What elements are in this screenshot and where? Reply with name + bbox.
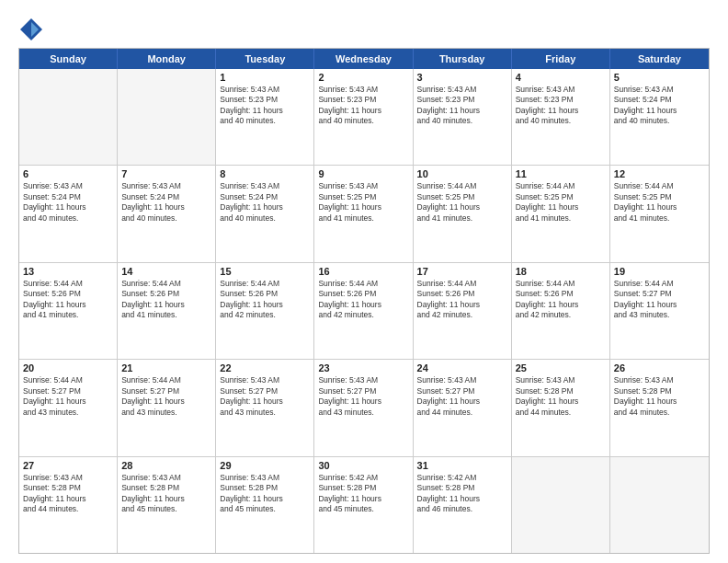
cell-info-text: Sunrise: 5:44 AM Sunset: 5:26 PM Dayligh… <box>220 279 310 321</box>
calendar-cell: 18Sunrise: 5:44 AM Sunset: 5:26 PM Dayli… <box>512 263 610 359</box>
cell-info-text: Sunrise: 5:42 AM Sunset: 5:28 PM Dayligh… <box>318 473 408 515</box>
cell-info-text: Sunrise: 5:44 AM Sunset: 5:26 PM Dayligh… <box>23 279 113 321</box>
cell-info-text: Sunrise: 5:43 AM Sunset: 5:25 PM Dayligh… <box>318 181 408 224</box>
cell-date-number: 18 <box>516 266 606 277</box>
calendar-cell: 8Sunrise: 5:43 AM Sunset: 5:24 PM Daylig… <box>216 166 314 261</box>
header <box>18 17 710 42</box>
cell-info-text: Sunrise: 5:43 AM Sunset: 5:27 PM Dayligh… <box>220 375 310 418</box>
cell-date-number: 16 <box>318 266 408 277</box>
calendar-week-1: 6Sunrise: 5:43 AM Sunset: 5:24 PM Daylig… <box>19 165 709 261</box>
calendar-week-2: 13Sunrise: 5:44 AM Sunset: 5:26 PM Dayli… <box>19 262 709 359</box>
cell-date-number: 30 <box>318 460 408 471</box>
cell-date-number: 24 <box>417 362 507 373</box>
cell-date-number: 2 <box>318 72 408 83</box>
calendar-cell: 19Sunrise: 5:44 AM Sunset: 5:27 PM Dayli… <box>610 263 709 359</box>
calendar-cell: 30Sunrise: 5:42 AM Sunset: 5:28 PM Dayli… <box>314 457 413 553</box>
cell-date-number: 17 <box>417 266 507 277</box>
calendar-cell <box>19 69 118 165</box>
cell-date-number: 22 <box>220 362 310 373</box>
calendar-cell: 31Sunrise: 5:42 AM Sunset: 5:28 PM Dayli… <box>414 457 512 553</box>
calendar-cell: 17Sunrise: 5:44 AM Sunset: 5:26 PM Dayli… <box>414 263 512 359</box>
cell-info-text: Sunrise: 5:43 AM Sunset: 5:28 PM Dayligh… <box>23 473 113 515</box>
calendar-cell: 29Sunrise: 5:43 AM Sunset: 5:28 PM Dayli… <box>216 457 314 553</box>
cell-info-text: Sunrise: 5:43 AM Sunset: 5:23 PM Dayligh… <box>516 85 606 127</box>
cell-date-number: 15 <box>220 266 310 277</box>
calendar-cell: 26Sunrise: 5:43 AM Sunset: 5:28 PM Dayli… <box>610 360 709 455</box>
cell-date-number: 1 <box>220 72 310 83</box>
cell-info-text: Sunrise: 5:43 AM Sunset: 5:24 PM Dayligh… <box>614 85 705 127</box>
calendar-cell: 15Sunrise: 5:44 AM Sunset: 5:26 PM Dayli… <box>216 263 314 359</box>
header-day-thursday: Thursday <box>414 49 512 69</box>
cell-date-number: 9 <box>318 168 408 179</box>
cell-date-number: 13 <box>23 266 113 277</box>
cell-date-number: 10 <box>417 168 507 179</box>
logo-icon <box>18 17 44 42</box>
calendar-cell: 6Sunrise: 5:43 AM Sunset: 5:24 PM Daylig… <box>19 166 118 261</box>
cell-date-number: 7 <box>121 168 211 179</box>
calendar-header: SundayMondayTuesdayWednesdayThursdayFrid… <box>19 49 709 69</box>
calendar-cell: 1Sunrise: 5:43 AM Sunset: 5:23 PM Daylig… <box>216 69 314 165</box>
calendar-cell: 5Sunrise: 5:43 AM Sunset: 5:24 PM Daylig… <box>610 69 709 165</box>
cell-date-number: 8 <box>220 168 310 179</box>
cell-date-number: 6 <box>23 168 113 179</box>
header-day-monday: Monday <box>118 49 216 69</box>
calendar-cell <box>610 457 709 553</box>
cell-info-text: Sunrise: 5:43 AM Sunset: 5:23 PM Dayligh… <box>220 85 310 127</box>
cell-date-number: 21 <box>121 362 211 373</box>
header-day-tuesday: Tuesday <box>216 49 314 69</box>
calendar-cell: 14Sunrise: 5:44 AM Sunset: 5:26 PM Dayli… <box>118 263 216 359</box>
calendar-cell: 9Sunrise: 5:43 AM Sunset: 5:25 PM Daylig… <box>314 166 413 261</box>
cell-info-text: Sunrise: 5:44 AM Sunset: 5:25 PM Dayligh… <box>516 181 606 224</box>
calendar-body: 1Sunrise: 5:43 AM Sunset: 5:23 PM Daylig… <box>19 69 709 553</box>
cell-date-number: 14 <box>121 266 211 277</box>
cell-info-text: Sunrise: 5:43 AM Sunset: 5:24 PM Dayligh… <box>23 181 113 224</box>
calendar-cell: 11Sunrise: 5:44 AM Sunset: 5:25 PM Dayli… <box>512 166 610 261</box>
calendar-cell: 10Sunrise: 5:44 AM Sunset: 5:25 PM Dayli… <box>414 166 512 261</box>
cell-info-text: Sunrise: 5:44 AM Sunset: 5:26 PM Dayligh… <box>516 279 606 321</box>
calendar-cell: 21Sunrise: 5:44 AM Sunset: 5:27 PM Dayli… <box>118 360 216 455</box>
cell-info-text: Sunrise: 5:44 AM Sunset: 5:26 PM Dayligh… <box>417 279 507 321</box>
cell-info-text: Sunrise: 5:44 AM Sunset: 5:26 PM Dayligh… <box>121 279 211 321</box>
cell-date-number: 31 <box>417 460 507 471</box>
cell-date-number: 29 <box>220 460 310 471</box>
page: SundayMondayTuesdayWednesdayThursdayFrid… <box>0 0 728 563</box>
calendar-cell: 28Sunrise: 5:43 AM Sunset: 5:28 PM Dayli… <box>118 457 216 553</box>
cell-date-number: 19 <box>614 266 705 277</box>
cell-info-text: Sunrise: 5:43 AM Sunset: 5:27 PM Dayligh… <box>417 375 507 418</box>
cell-info-text: Sunrise: 5:44 AM Sunset: 5:27 PM Dayligh… <box>614 279 705 321</box>
cell-info-text: Sunrise: 5:44 AM Sunset: 5:27 PM Dayligh… <box>23 375 113 418</box>
calendar-cell: 24Sunrise: 5:43 AM Sunset: 5:27 PM Dayli… <box>414 360 512 455</box>
cell-date-number: 4 <box>516 72 606 83</box>
cell-info-text: Sunrise: 5:44 AM Sunset: 5:27 PM Dayligh… <box>121 375 211 418</box>
calendar-cell: 12Sunrise: 5:44 AM Sunset: 5:25 PM Dayli… <box>610 166 709 261</box>
cell-info-text: Sunrise: 5:43 AM Sunset: 5:27 PM Dayligh… <box>318 375 408 418</box>
cell-info-text: Sunrise: 5:44 AM Sunset: 5:26 PM Dayligh… <box>318 279 408 321</box>
cell-date-number: 27 <box>23 460 113 471</box>
calendar-cell: 25Sunrise: 5:43 AM Sunset: 5:28 PM Dayli… <box>512 360 610 455</box>
cell-date-number: 3 <box>417 72 507 83</box>
calendar-cell: 16Sunrise: 5:44 AM Sunset: 5:26 PM Dayli… <box>314 263 413 359</box>
calendar-cell: 27Sunrise: 5:43 AM Sunset: 5:28 PM Dayli… <box>19 457 118 553</box>
calendar-cell: 23Sunrise: 5:43 AM Sunset: 5:27 PM Dayli… <box>314 360 413 455</box>
cell-info-text: Sunrise: 5:43 AM Sunset: 5:24 PM Dayligh… <box>220 181 310 224</box>
cell-info-text: Sunrise: 5:43 AM Sunset: 5:28 PM Dayligh… <box>614 375 705 418</box>
calendar: SundayMondayTuesdayWednesdayThursdayFrid… <box>18 48 710 554</box>
cell-info-text: Sunrise: 5:44 AM Sunset: 5:25 PM Dayligh… <box>417 181 507 224</box>
header-day-friday: Friday <box>512 49 610 69</box>
cell-date-number: 20 <box>23 362 113 373</box>
calendar-cell: 3Sunrise: 5:43 AM Sunset: 5:23 PM Daylig… <box>414 69 512 165</box>
calendar-week-3: 20Sunrise: 5:44 AM Sunset: 5:27 PM Dayli… <box>19 359 709 455</box>
cell-date-number: 25 <box>516 362 606 373</box>
cell-date-number: 28 <box>121 460 211 471</box>
calendar-week-0: 1Sunrise: 5:43 AM Sunset: 5:23 PM Daylig… <box>19 69 709 165</box>
cell-info-text: Sunrise: 5:44 AM Sunset: 5:25 PM Dayligh… <box>614 181 705 224</box>
calendar-cell: 4Sunrise: 5:43 AM Sunset: 5:23 PM Daylig… <box>512 69 610 165</box>
calendar-cell: 7Sunrise: 5:43 AM Sunset: 5:24 PM Daylig… <box>118 166 216 261</box>
cell-info-text: Sunrise: 5:43 AM Sunset: 5:28 PM Dayligh… <box>121 473 211 515</box>
calendar-cell <box>118 69 216 165</box>
header-day-wednesday: Wednesday <box>314 49 413 69</box>
cell-info-text: Sunrise: 5:43 AM Sunset: 5:23 PM Dayligh… <box>417 85 507 127</box>
cell-info-text: Sunrise: 5:43 AM Sunset: 5:24 PM Dayligh… <box>121 181 211 224</box>
calendar-cell <box>512 457 610 553</box>
calendar-week-4: 27Sunrise: 5:43 AM Sunset: 5:28 PM Dayli… <box>19 456 709 553</box>
